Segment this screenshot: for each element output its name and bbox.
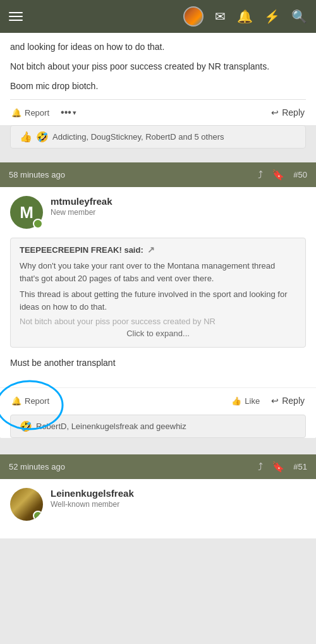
section-gap-2 <box>0 444 316 449</box>
reactions-text: Addicting, DougStickney, RobertD and 5 o… <box>52 132 224 142</box>
reply-button[interactable]: ↩ Reply <box>270 105 306 120</box>
quote-author: TEEPEECREEPIN FREAK! said: <box>20 245 143 255</box>
reply-icon: ↩ <box>271 107 279 118</box>
post-51-header: 52 minutes ago ⤴ 🔖 #51 <box>0 454 316 479</box>
post-text-1: and looking for ideas on how to do that. <box>10 40 306 54</box>
nav-left <box>9 12 23 21</box>
laughing-emoji: 🤣 <box>36 131 49 143</box>
post-50-header: 58 minutes ago ⤴ 🔖 #50 <box>0 162 316 187</box>
post-50-body: M mtmuleyfreak New member TEEPEECREEPIN … <box>0 187 316 387</box>
post-51-user-role: Well-known member <box>51 500 134 509</box>
post-51-share-icon[interactable]: ⤴ <box>258 461 263 473</box>
post-50-reply-button[interactable]: ↩ Reply <box>270 393 306 408</box>
nav-right: ✉ 🔔 ⚡ 🔍 <box>183 6 307 27</box>
post-header-left: 58 minutes ago <box>9 170 65 179</box>
post-text-2: Not bitch about your piss poor success c… <box>10 60 306 73</box>
bell-report-icon: 🔔 <box>11 108 21 118</box>
post-50-user-info: M mtmuleyfreak New member <box>10 196 306 229</box>
post-50-card: 58 minutes ago ⤴ 🔖 #50 M mtmuleyfreak Ne… <box>0 162 316 438</box>
post-50-username[interactable]: mtmuleyfreak <box>51 196 112 207</box>
post-51-avatar-badge <box>33 511 43 521</box>
partial-post: and looking for ideas on how to do that.… <box>0 33 316 125</box>
post-50-user-role: New member <box>51 208 112 217</box>
post-51-time: 52 minutes ago <box>9 462 65 471</box>
post-header-right: ⤴ 🔖 #50 <box>258 169 307 181</box>
lightning-icon[interactable]: ⚡ <box>264 9 280 24</box>
bell-icon-footer: 🔔 <box>11 396 21 406</box>
post-text-3: Boom mic drop biotch. <box>10 80 306 93</box>
report-button[interactable]: 🔔 Report <box>10 106 51 120</box>
expand-button[interactable]: Click to expand... <box>20 326 296 341</box>
post-51-avatar <box>10 488 43 521</box>
post-50-user-details: mtmuleyfreak New member <box>51 196 112 217</box>
post-50-footer: 🔔 Report 👍 Like ↩ Reply <box>0 387 316 415</box>
post-footer-left: 🔔 Report <box>10 394 51 408</box>
quote-header: TEEPEECREEPIN FREAK! said: ↗ <box>20 245 296 255</box>
post-actions: 🔔 Report ••• ▾ ↩ Reply <box>10 99 306 125</box>
user-avatar[interactable] <box>183 6 204 27</box>
quote-expand-icon: ↗ <box>147 245 155 255</box>
post-51-card: 52 minutes ago ⤴ 🔖 #51 Leinenkugelsfreak… <box>0 454 316 538</box>
quote-block: TEEPEECREEPIN FREAK! said: ↗ Why don't y… <box>10 238 306 348</box>
thumbs-up-icon: 👍 <box>231 396 241 406</box>
hamburger-menu[interactable] <box>9 12 23 21</box>
bell-icon[interactable]: 🔔 <box>237 9 253 24</box>
post-50-avatar: M <box>10 196 43 229</box>
post-50-main-text: Must be another transplant <box>10 356 306 370</box>
thumbs-up-emoji: 👍 <box>20 131 32 143</box>
search-icon[interactable]: 🔍 <box>291 9 307 24</box>
avatar-online-badge <box>33 219 43 229</box>
post-51-body: Leinenkugelsfreak Well-known member <box>0 479 316 538</box>
quote-text-1: Why don't you take your rant over to the… <box>20 260 296 284</box>
post-51-number: #51 <box>293 462 307 471</box>
post-50-time: 58 minutes ago <box>9 170 65 179</box>
reactions-bar: 👍 🤣 Addicting, DougStickney, RobertD and… <box>10 125 306 149</box>
post-51-header-right: ⤴ 🔖 #51 <box>258 461 307 473</box>
mail-icon[interactable]: ✉ <box>215 9 226 24</box>
post-51-header-left: 52 minutes ago <box>9 462 65 471</box>
post-50-report-button[interactable]: 🔔 Report <box>10 394 51 408</box>
post-51-user-details: Leinenkugelsfreak Well-known member <box>51 488 134 509</box>
post-51-bookmark-icon[interactable]: 🔖 <box>272 461 284 473</box>
post-50-reactions-text: RobertD, Leinenkugelsfreak and geewhiz <box>36 422 186 431</box>
post-51-username[interactable]: Leinenkugelsfreak <box>51 488 134 499</box>
share-icon[interactable]: ⤴ <box>258 169 263 181</box>
post-actions-left: 🔔 Report ••• ▾ <box>10 106 80 120</box>
top-navigation: ✉ 🔔 ⚡ 🔍 <box>0 0 316 33</box>
quote-text-2: This thread is about getting the future … <box>20 288 296 313</box>
post-footer-right: 👍 Like ↩ Reply <box>231 393 306 408</box>
like-button[interactable]: 👍 Like <box>231 396 260 406</box>
bookmark-icon[interactable]: 🔖 <box>272 169 284 181</box>
post-51-user-info: Leinenkugelsfreak Well-known member <box>10 488 306 521</box>
post-50-number: #50 <box>293 170 307 179</box>
haha-emoji: 🤣 <box>20 420 32 432</box>
reply-icon-50: ↩ <box>271 396 279 406</box>
chevron-down-icon: ▾ <box>73 109 76 117</box>
section-gap <box>0 157 316 162</box>
more-options-button[interactable]: ••• ▾ <box>57 106 80 119</box>
quote-text-faded: Not bitch about your piss poor success c… <box>20 317 296 326</box>
post-50-reactions: 🤣 RobertD, Leinenkugelsfreak and geewhiz <box>10 415 306 438</box>
